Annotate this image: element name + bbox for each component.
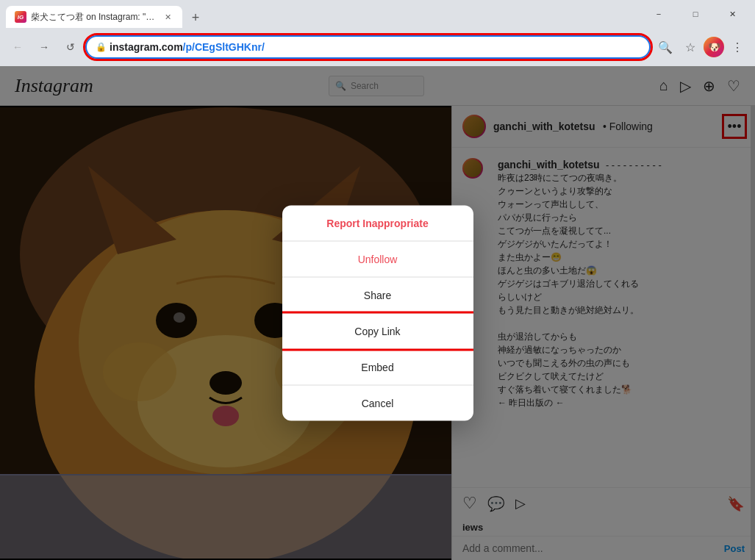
back-button[interactable]: ← bbox=[6, 35, 29, 59]
tab-title: 柴犬こてつ君 on Instagram: "- - - × bbox=[31, 11, 157, 24]
close-button[interactable]: ✕ bbox=[715, 3, 749, 25]
restore-button[interactable]: □ bbox=[679, 3, 712, 25]
url-bar[interactable]: 🔒 instagram.com/p/CEgSltGHKnr/ bbox=[85, 35, 651, 59]
page-content: Instagram 🔍 Search ⌂ ▷ ⊕ ♡ bbox=[0, 66, 755, 560]
modal-unfollow-item: Unfollow bbox=[282, 242, 473, 278]
active-tab[interactable]: IG 柴犬こてつ君 on Instagram: "- - - × ✕ bbox=[6, 6, 182, 28]
address-icons: 🔍 ☆ 🐶 ⋮ bbox=[654, 35, 749, 59]
profile-avatar[interactable]: 🐶 bbox=[704, 37, 724, 57]
forward-button[interactable]: → bbox=[32, 35, 56, 59]
modal-embed-item: Embed bbox=[282, 350, 473, 386]
search-icon[interactable]: 🔍 bbox=[654, 35, 677, 59]
new-tab-button[interactable]: + bbox=[185, 7, 206, 28]
window-controls: − □ ✕ bbox=[642, 3, 749, 25]
modal-report-item: Report Inappropriate bbox=[282, 206, 473, 242]
embed-button[interactable]: Embed bbox=[282, 350, 473, 385]
lock-icon: 🔒 bbox=[96, 42, 107, 52]
more-options-icon[interactable]: ⋮ bbox=[726, 35, 749, 59]
browser-frame: IG 柴犬こてつ君 on Instagram: "- - - × ✕ + − □… bbox=[0, 0, 755, 560]
url-text: instagram.com/p/CEgSltGHKnr/ bbox=[110, 41, 640, 53]
tab-favicon: IG bbox=[15, 11, 26, 23]
address-bar: ← → ↺ 🔒 instagram.com/p/CEgSltGHKnr/ 🔍 ☆… bbox=[0, 28, 755, 66]
minimize-button[interactable]: − bbox=[642, 3, 676, 25]
tab-bar: IG 柴犬こてつ君 on Instagram: "- - - × ✕ + bbox=[6, 0, 206, 28]
report-inappropriate-button[interactable]: Report Inappropriate bbox=[282, 206, 473, 241]
share-button[interactable]: Share bbox=[282, 278, 473, 313]
copy-link-button[interactable]: Copy Link bbox=[282, 314, 473, 349]
titlebar: IG 柴犬こてつ君 on Instagram: "- - - × ✕ + − □… bbox=[0, 0, 755, 28]
modal-copy-link-item: Copy Link bbox=[282, 314, 473, 350]
modal-share-item: Share bbox=[282, 278, 473, 314]
modal-cancel-item: Cancel bbox=[282, 386, 473, 421]
context-menu-modal: Report Inappropriate Unfollow Share Copy… bbox=[282, 206, 473, 421]
tab-close-button[interactable]: ✕ bbox=[162, 11, 173, 23]
refresh-button[interactable]: ↺ bbox=[59, 35, 82, 59]
cancel-button[interactable]: Cancel bbox=[282, 386, 473, 421]
unfollow-button[interactable]: Unfollow bbox=[282, 242, 473, 277]
bookmark-star-icon[interactable]: ☆ bbox=[679, 35, 702, 59]
